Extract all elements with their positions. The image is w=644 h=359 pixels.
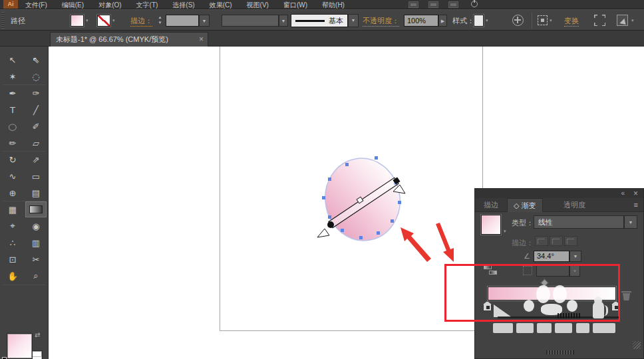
tab-transparency[interactable]: 透明度 [558, 198, 591, 212]
variable-width-profile-dropdown[interactable] [222, 15, 279, 27]
zoom-tool[interactable]: ⌕ [25, 268, 47, 284]
scale-tool[interactable]: ⇗ [25, 152, 47, 168]
transform-panel-link[interactable]: 变换 [564, 16, 579, 27]
line-segment-tool[interactable]: ╱ [25, 102, 47, 118]
type-tool[interactable]: T [2, 102, 23, 118]
transform-caret[interactable]: ▾ [631, 18, 634, 23]
gradient-type-caret[interactable]: ▼ [624, 215, 637, 229]
close-panel-icon[interactable]: × [633, 189, 638, 198]
rotate-tool[interactable]: ↻ [2, 152, 23, 168]
gradient-tool-chip [29, 205, 43, 213]
magic-wand-tool[interactable]: ✶ [2, 68, 23, 84]
shape-builder-tool[interactable]: ⊕ [2, 185, 23, 201]
symbol-sprayer-tool[interactable]: ∴ [2, 235, 23, 251]
delete-stop-icon[interactable] [621, 290, 631, 301]
stroke-dropdown-caret[interactable]: ▾ [112, 18, 115, 23]
tab-gradient[interactable]: ◇ 渐变 [507, 198, 543, 212]
blend-tool[interactable]: ◉ [25, 218, 47, 234]
angle-field[interactable]: 34.4° [534, 251, 569, 262]
ellipse-tool[interactable]: ○ [2, 118, 23, 134]
menu-select[interactable]: 选择(S) [172, 1, 194, 9]
stroke-across-button[interactable] [564, 236, 577, 246]
pen-tool[interactable]: ✒ [2, 85, 23, 101]
variable-width-caret[interactable]: ▼ [279, 15, 288, 27]
brush-definition-caret[interactable]: ▼ [348, 14, 359, 27]
app-logo: Ai [3, 0, 18, 9]
stroke-color-swatch[interactable] [97, 15, 110, 27]
width-tool[interactable]: ∿ [2, 168, 23, 184]
paintbrush-tool[interactable]: ✐ [25, 118, 47, 134]
opacity-caret[interactable]: ▶ [438, 15, 447, 27]
gradient-tab-icon: ◇ [514, 201, 519, 209]
transform-icon[interactable] [617, 15, 628, 26]
stroke-weight-stepper[interactable]: ▲ ▼ [157, 15, 163, 27]
collapse-panel-icon[interactable]: « [621, 189, 625, 197]
brush-line-preview [295, 20, 325, 22]
lasso-tool[interactable]: ◌ [25, 68, 47, 84]
angle-caret[interactable]: ▼ [569, 251, 581, 262]
stroke-weight-field[interactable] [166, 15, 199, 27]
menu-object[interactable]: 对象(O) [98, 1, 121, 9]
brush-definition-dropdown[interactable]: 基本 [291, 14, 348, 27]
document-tab-strip: 未标题-1* @ 66.67% (CMYK/预览) × [0, 31, 644, 47]
direct-selection-tool[interactable]: ⇖ [25, 52, 47, 68]
stroke-within-button[interactable] [535, 236, 548, 246]
panel-header[interactable]: « × [475, 189, 643, 198]
divider [3, 285, 45, 285]
opacity-panel-link[interactable]: 不透明度： [363, 16, 399, 27]
arrange-documents-icon[interactable] [428, 1, 438, 8]
fill-indicator[interactable] [7, 334, 32, 358]
mesh-tool[interactable]: ▦ [2, 201, 23, 217]
pencil-tool[interactable]: ✏ [2, 135, 23, 151]
align-icon[interactable] [594, 15, 605, 26]
eyedropper-tool[interactable]: ⌖ [2, 218, 23, 234]
swap-fill-stroke-icon[interactable]: ⇄ [35, 331, 40, 338]
gradient-preview-swatch[interactable] [481, 215, 501, 235]
hand-tool[interactable]: ✋ [2, 268, 23, 284]
graphic-style-swatch[interactable] [474, 15, 484, 27]
panel-resize-grip[interactable] [633, 341, 641, 349]
column-graph-tool[interactable]: ▥ [25, 235, 47, 251]
select-similar-caret[interactable]: ▾ [550, 18, 552, 23]
gradient-tool[interactable] [25, 201, 47, 217]
menu-effect[interactable]: 效果(C) [210, 1, 232, 9]
opacity-field[interactable]: 100% [404, 15, 438, 27]
bridge-icon[interactable] [408, 1, 418, 8]
stroke-weight-caret[interactable]: ▼ [199, 15, 210, 27]
slice-tool[interactable]: ✂ [25, 251, 47, 267]
selection-tool[interactable]: ↖ [2, 52, 23, 68]
screen-mode-icon[interactable] [448, 1, 458, 8]
menu-type[interactable]: 文字(T) [136, 1, 158, 9]
stroke-panel-link[interactable]: 描边： [130, 16, 152, 27]
recolor-artwork-icon[interactable] [512, 15, 524, 26]
gradient-type-dropdown[interactable]: 线性 [534, 215, 624, 229]
document-tab[interactable]: 未标题-1* @ 66.67% (CMYK/预览) × [50, 32, 208, 47]
panel-resize-dots[interactable] [546, 350, 574, 354]
power-icon[interactable] [471, 1, 478, 7]
artboard-tool[interactable]: ⊡ [2, 251, 23, 267]
free-transform-tool[interactable]: ▭ [25, 168, 47, 184]
angle-icon: ∠ [524, 252, 530, 261]
perspective-grid-tool[interactable]: ▤ [25, 185, 47, 201]
fill-dropdown-caret[interactable]: ▾ [86, 18, 88, 23]
panel-grip[interactable] [1, 12, 5, 29]
tab-close-icon[interactable]: × [199, 33, 204, 47]
stroke-along-button[interactable] [550, 236, 563, 246]
menu-file[interactable]: 文件(F) [25, 1, 47, 9]
brush-pen-tool[interactable]: ✑ [25, 85, 47, 101]
menu-edit[interactable]: 编辑(E) [62, 1, 84, 9]
menu-help[interactable]: 帮助(H) [322, 1, 345, 9]
menu-bar: Ai 文件(F) 编辑(E) 对象(O) 文字(T) 选择(S) 效果(C) 视… [0, 0, 644, 9]
gradient-preset-caret[interactable]: ▾ [504, 229, 506, 234]
menu-window[interactable]: 窗口(W) [283, 1, 307, 9]
graphic-style-caret[interactable]: ▾ [486, 18, 488, 23]
gradient-start-handle[interactable] [327, 221, 334, 228]
select-similar-icon[interactable] [538, 15, 548, 25]
panel-menu-icon[interactable]: ≡ [634, 201, 638, 209]
eraser-tool[interactable]: ▱ [25, 135, 47, 151]
menu-view[interactable]: 视图(V) [247, 1, 269, 9]
tab-stroke[interactable]: 描边 [478, 198, 504, 212]
stroke-options-label: 描边： [512, 238, 534, 248]
tools-panel: ↖ ⇖ ✶ ◌ ✒ ✑ T ╱ ○ ✐ ✏ ▱ ↻ ⇗ ∿ ▭ ⊕ ▤ ▦ ⌖ … [0, 47, 49, 359]
fill-color-swatch[interactable] [71, 15, 84, 27]
